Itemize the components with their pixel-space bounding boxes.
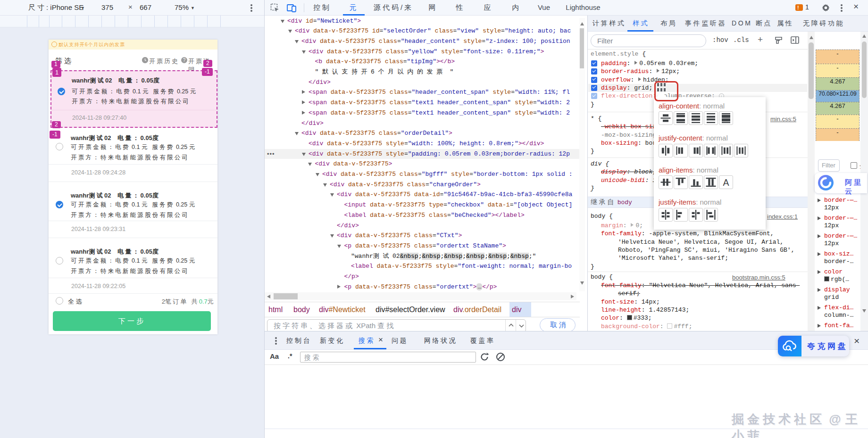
svg-text:A: A bbox=[723, 177, 729, 188]
